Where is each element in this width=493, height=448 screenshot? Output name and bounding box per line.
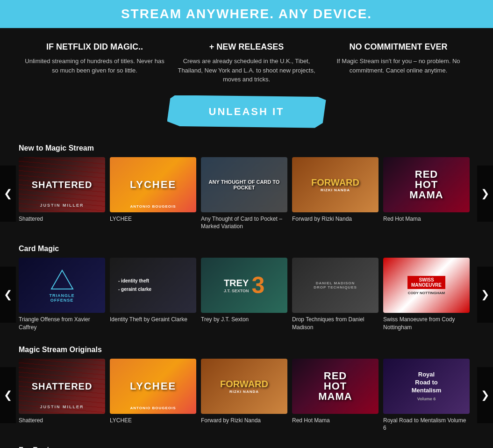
card-thumb-2-3: REDHOTMAMA (292, 359, 379, 414)
unleash-section: UNLEASH IT (0, 89, 493, 139)
feature-commitment-desc: If Magic Stream isn't for you – no probl… (329, 57, 469, 75)
card-label-2-0: Shattered (19, 417, 105, 425)
card-label-1-4: Swiss Manoeuvre from Cody Nottingham (383, 316, 470, 332)
card-label-0-2: Any Thought of Card to Pocket – Marked V… (201, 215, 287, 231)
card-thumb-1-3: DANIEL MADISONDROP TECHNIQUES (292, 258, 379, 313)
card-thumb-2-2: FORWARD RIZKI NANDA (201, 359, 287, 414)
section-0: New to Magic Stream ❮ SHATTERED JUSTIN M… (0, 139, 493, 240)
svg-marker-0 (51, 270, 73, 289)
arrow-right-0[interactable]: ❯ (477, 166, 493, 222)
card-label-1-2: Trey by J.T. Sexton (201, 316, 287, 324)
section-title-0: New to Magic Stream (0, 144, 493, 157)
card-thumb-1-4: SWISSMANOEUVRE CODY NOTTINGHAM (383, 258, 470, 313)
cards-scroll-1: TRIANGLEOFFENSE Triangle Offense from Xa… (16, 258, 477, 332)
features-row: IF NETFLIX DID MAGIC.. Unlimited streami… (0, 28, 493, 89)
card-1-0[interactable]: TRIANGLEOFFENSE Triangle Offense from Xa… (19, 258, 105, 332)
arrow-left-2[interactable]: ❮ (0, 367, 16, 423)
card-thumb-0-3: FORWARD RIZKI NANDA (292, 157, 379, 212)
feature-releases-title: + NEW RELEASES (177, 42, 317, 52)
card-2-1[interactable]: LYCHEE ANTONIO BOUGEOIS LYCHEE (110, 359, 196, 433)
card-2-0[interactable]: SHATTERED JUSTIN MILLER Shattered (19, 359, 105, 433)
cards-scroll-0: SHATTERED JUSTIN MILLER Shattered LYCHEE… (16, 157, 477, 231)
section-title-3: For Beginners (0, 446, 493, 448)
card-thumb-1-0: TRIANGLEOFFENSE (19, 258, 105, 313)
card-thumb-2-1: LYCHEE ANTONIO BOUGEOIS (110, 359, 196, 414)
card-thumb-1-1: - identity theft- geraint clarke (110, 258, 196, 313)
card-thumb-0-2: ANY THOUGHT OF CARD TO POCKET (201, 157, 287, 212)
cards-container-1: ❮ TRIANGLEOFFENSE Triangle Offense from … (0, 258, 493, 332)
cards-container-2: ❮ SHATTERED JUSTIN MILLER Shattered LYCH… (0, 359, 493, 433)
card-1-4[interactable]: SWISSMANOEUVRE CODY NOTTINGHAM Swiss Man… (383, 258, 470, 332)
section-title-1: Card Magic (0, 245, 493, 258)
card-label-2-3: Red Hot Mama (292, 417, 379, 425)
card-label-1-1: Identity Theft by Geraint Clarke (110, 316, 196, 324)
section-3: For Beginners ❮ THEWORKERADAM WILBER The… (0, 441, 493, 448)
card-1-2[interactable]: TREY J.T. SEXTON 3 Trey by J.T. Sexton (201, 258, 287, 332)
card-2-4[interactable]: RoyalRoad toMentalism Volume 6 Royal Roa… (383, 359, 470, 433)
card-thumb-0-0: SHATTERED JUSTIN MILLER (19, 157, 105, 212)
card-thumb-0-1: LYCHEE ANTONIO BOUGEOIS (110, 157, 196, 212)
section-1: Card Magic ❮ TRIANGLEOFFENSE Triangle Of… (0, 240, 493, 341)
feature-netflix-desc: Unlimited streaming of hundreds of title… (25, 57, 165, 75)
card-thumb-0-4: REDHOTMAMA (383, 157, 470, 212)
card-label-2-4: Royal Road to Mentalism Volume 6 (383, 417, 470, 433)
feature-commitment-title: NO COMMITMENT EVER (329, 42, 469, 52)
card-thumb-1-2: TREY J.T. SEXTON 3 (201, 258, 287, 313)
feature-commitment: NO COMMITMENT EVER If Magic Stream isn't… (329, 42, 469, 84)
brush-bg: UNLEASH IT (181, 98, 313, 125)
card-0-3[interactable]: FORWARD RIZKI NANDA Forward by Rizki Nan… (292, 157, 379, 231)
card-0-4[interactable]: REDHOTMAMA Red Hot Mama (383, 157, 470, 231)
cards-container-0: ❮ SHATTERED JUSTIN MILLER Shattered LYCH… (0, 157, 493, 231)
feature-releases: + NEW RELEASES Crews are already schedul… (177, 42, 317, 84)
card-label-0-3: Forward by Rizki Nanda (292, 215, 379, 223)
sections-container: New to Magic Stream ❮ SHATTERED JUSTIN M… (0, 139, 493, 448)
unleash-button[interactable]: UNLEASH IT (181, 98, 313, 125)
card-label-0-1: LYCHEE (110, 215, 196, 223)
arrow-left-0[interactable]: ❮ (0, 166, 16, 222)
banner-title: STREAM ANYWHERE. ANY DEVICE. (0, 7, 493, 22)
card-label-1-3: Drop Techniques from Daniel Madison (292, 316, 379, 332)
arrow-right-1[interactable]: ❯ (477, 267, 493, 323)
card-2-2[interactable]: FORWARD RIZKI NANDA Forward by Rizki Nan… (201, 359, 287, 433)
section-2: Magic Stream Originals ❮ SHATTERED JUSTI… (0, 341, 493, 442)
card-label-1-0: Triangle Offense from Xavier Caffrey (19, 316, 105, 332)
card-label-2-1: LYCHEE (110, 417, 196, 425)
card-thumb-2-4: RoyalRoad toMentalism Volume 6 (383, 359, 470, 414)
section-title-2: Magic Stream Originals (0, 346, 493, 359)
top-banner: STREAM ANYWHERE. ANY DEVICE. (0, 0, 493, 28)
card-1-1[interactable]: - identity theft- geraint clarke Identit… (110, 258, 196, 332)
card-2-3[interactable]: REDHOTMAMA Red Hot Mama (292, 359, 379, 433)
cards-scroll-2: SHATTERED JUSTIN MILLER Shattered LYCHEE… (16, 359, 477, 433)
card-label-0-4: Red Hot Mama (383, 215, 470, 223)
feature-releases-desc: Crews are already scheduled in the U.K.,… (177, 57, 317, 84)
card-0-0[interactable]: SHATTERED JUSTIN MILLER Shattered (19, 157, 105, 231)
card-label-0-0: Shattered (19, 215, 105, 223)
card-0-2[interactable]: ANY THOUGHT OF CARD TO POCKET Any Though… (201, 157, 287, 231)
feature-netflix-title: IF NETFLIX DID MAGIC.. (25, 42, 165, 52)
arrow-left-1[interactable]: ❮ (0, 267, 16, 323)
card-0-1[interactable]: LYCHEE ANTONIO BOUGEOIS LYCHEE (110, 157, 196, 231)
card-thumb-2-0: SHATTERED JUSTIN MILLER (19, 359, 105, 414)
feature-netflix: IF NETFLIX DID MAGIC.. Unlimited streami… (25, 42, 165, 84)
card-1-3[interactable]: DANIEL MADISONDROP TECHNIQUES Drop Techn… (292, 258, 379, 332)
card-label-2-2: Forward by Rizki Nanda (201, 417, 287, 425)
arrow-right-2[interactable]: ❯ (477, 367, 493, 423)
